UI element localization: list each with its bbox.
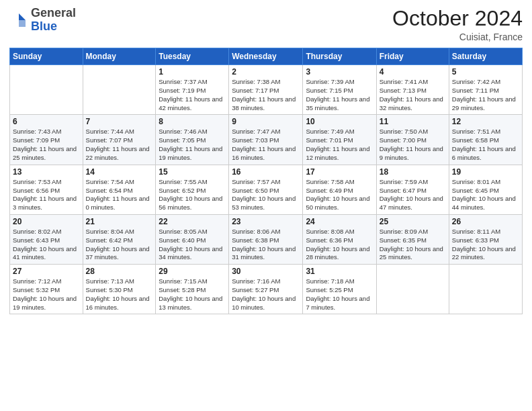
day-info: Sunrise: 7:12 AMSunset: 5:32 PMDaylight:… (13, 277, 80, 312)
day-info: Sunrise: 7:55 AMSunset: 6:52 PMDaylight:… (159, 178, 226, 212)
day-info: Sunrise: 7:15 AMSunset: 5:28 PMDaylight:… (159, 277, 226, 312)
day-info: Sunrise: 7:54 AMSunset: 6:54 PMDaylight:… (86, 178, 153, 212)
table-row: 12Sunrise: 7:51 AMSunset: 6:58 PMDayligh… (449, 115, 522, 165)
day-info: Sunrise: 7:41 AMSunset: 7:13 PMDaylight:… (380, 78, 446, 112)
calendar-week-row: 20Sunrise: 8:02 AMSunset: 6:43 PMDayligh… (10, 214, 523, 264)
day-info: Sunrise: 8:09 AMSunset: 6:35 PMDaylight:… (380, 228, 446, 262)
page: General Blue October 2024 Cuisiat, Franc… (0, 0, 532, 411)
day-info: Sunrise: 7:43 AMSunset: 7:09 PMDaylight:… (13, 128, 80, 162)
table-row: 28Sunrise: 7:13 AMSunset: 5:30 PMDayligh… (83, 265, 156, 314)
table-row: 9Sunrise: 7:47 AMSunset: 7:03 PMDaylight… (229, 115, 303, 165)
day-number: 30 (232, 267, 300, 276)
day-number: 28 (86, 267, 153, 276)
day-info: Sunrise: 7:49 AMSunset: 7:01 PMDaylight:… (306, 128, 373, 162)
header: General Blue October 2024 Cuisiat, Franc… (9, 7, 523, 42)
table-row: 23Sunrise: 8:06 AMSunset: 6:38 PMDayligh… (229, 214, 303, 264)
table-row: 10Sunrise: 7:49 AMSunset: 7:01 PMDayligh… (303, 115, 376, 165)
day-info: Sunrise: 8:04 AMSunset: 6:42 PMDaylight:… (86, 228, 153, 262)
col-monday: Monday (83, 48, 156, 65)
col-friday: Friday (376, 48, 449, 65)
day-number: 22 (159, 217, 226, 226)
day-number: 23 (232, 217, 300, 226)
table-row: 29Sunrise: 7:15 AMSunset: 5:28 PMDayligh… (156, 265, 229, 314)
day-info: Sunrise: 7:50 AMSunset: 7:00 PMDaylight:… (380, 128, 446, 162)
table-row: 16Sunrise: 7:57 AMSunset: 6:50 PMDayligh… (229, 165, 303, 214)
table-row: 8Sunrise: 7:46 AMSunset: 7:05 PMDaylight… (156, 115, 229, 165)
logo-blue-text: Blue (31, 19, 57, 33)
table-row: 2Sunrise: 7:38 AMSunset: 7:17 PMDaylight… (229, 65, 303, 115)
table-row: 18Sunrise: 7:59 AMSunset: 6:47 PMDayligh… (376, 165, 449, 214)
table-row: 27Sunrise: 7:12 AMSunset: 5:32 PMDayligh… (10, 265, 83, 314)
calendar-table: Sunday Monday Tuesday Wednesday Thursday… (9, 48, 523, 314)
day-number: 29 (159, 267, 226, 276)
col-wednesday: Wednesday (229, 48, 303, 65)
table-row: 4Sunrise: 7:41 AMSunset: 7:13 PMDaylight… (376, 65, 449, 115)
table-row: 25Sunrise: 8:09 AMSunset: 6:35 PMDayligh… (376, 214, 449, 264)
logo-general-text: General (31, 6, 76, 19)
day-number: 26 (452, 217, 519, 226)
day-number: 11 (380, 117, 446, 126)
table-row: 5Sunrise: 7:42 AMSunset: 7:11 PMDaylight… (449, 65, 522, 115)
calendar-week-row: 13Sunrise: 7:53 AMSunset: 6:56 PMDayligh… (10, 165, 523, 214)
table-row: 1Sunrise: 7:37 AMSunset: 7:19 PMDaylight… (156, 65, 229, 115)
day-number: 2 (232, 67, 300, 77)
table-row: 31Sunrise: 7:18 AMSunset: 5:25 PMDayligh… (303, 265, 376, 314)
svg-marker-0 (19, 13, 26, 20)
day-number: 17 (306, 167, 373, 177)
day-number: 9 (232, 117, 300, 126)
day-number: 15 (159, 167, 226, 177)
day-number: 16 (232, 167, 300, 177)
table-row: 17Sunrise: 7:58 AMSunset: 6:49 PMDayligh… (303, 165, 376, 214)
calendar-week-row: 6Sunrise: 7:43 AMSunset: 7:09 PMDaylight… (10, 115, 523, 165)
table-row: 22Sunrise: 8:05 AMSunset: 6:40 PMDayligh… (156, 214, 229, 264)
calendar-week-row: 1Sunrise: 7:37 AMSunset: 7:19 PMDaylight… (10, 65, 523, 115)
day-number: 13 (13, 167, 80, 177)
day-number: 12 (452, 117, 519, 126)
title-location: Cuisiat, France (392, 32, 523, 42)
table-row: 11Sunrise: 7:50 AMSunset: 7:00 PMDayligh… (376, 115, 449, 165)
day-number: 25 (380, 217, 446, 226)
day-info: Sunrise: 7:58 AMSunset: 6:49 PMDaylight:… (306, 178, 373, 212)
table-row: 14Sunrise: 7:54 AMSunset: 6:54 PMDayligh… (83, 165, 156, 214)
day-number: 21 (86, 217, 153, 226)
table-row: 21Sunrise: 8:04 AMSunset: 6:42 PMDayligh… (83, 214, 156, 264)
table-row (449, 265, 522, 314)
table-row (83, 65, 156, 115)
table-row: 13Sunrise: 7:53 AMSunset: 6:56 PMDayligh… (10, 165, 83, 214)
col-tuesday: Tuesday (156, 48, 229, 65)
day-info: Sunrise: 7:59 AMSunset: 6:47 PMDaylight:… (380, 178, 446, 212)
day-info: Sunrise: 7:38 AMSunset: 7:17 PMDaylight:… (232, 78, 300, 112)
table-row (10, 65, 83, 115)
day-number: 14 (86, 167, 153, 177)
day-info: Sunrise: 7:42 AMSunset: 7:11 PMDaylight:… (452, 78, 519, 112)
title-month: October 2024 (392, 7, 523, 30)
day-number: 8 (159, 117, 226, 126)
calendar-header-row: Sunday Monday Tuesday Wednesday Thursday… (10, 48, 523, 65)
day-number: 3 (306, 67, 373, 77)
day-number: 31 (306, 267, 373, 276)
day-number: 1 (159, 67, 226, 77)
day-info: Sunrise: 8:06 AMSunset: 6:38 PMDaylight:… (232, 228, 300, 262)
day-number: 5 (452, 67, 519, 77)
table-row: 24Sunrise: 8:08 AMSunset: 6:36 PMDayligh… (303, 214, 376, 264)
day-number: 20 (13, 217, 80, 226)
svg-marker-2 (12, 13, 19, 27)
day-number: 7 (86, 117, 153, 126)
day-number: 19 (452, 167, 519, 177)
day-number: 10 (306, 117, 373, 126)
day-info: Sunrise: 8:01 AMSunset: 6:45 PMDaylight:… (452, 178, 519, 212)
day-number: 18 (380, 167, 446, 177)
col-sunday: Sunday (10, 48, 83, 65)
day-number: 4 (380, 67, 446, 77)
logo-text: General Blue (31, 7, 76, 34)
day-info: Sunrise: 7:16 AMSunset: 5:27 PMDaylight:… (232, 277, 300, 312)
day-info: Sunrise: 7:47 AMSunset: 7:03 PMDaylight:… (232, 128, 300, 162)
day-info: Sunrise: 8:05 AMSunset: 6:40 PMDaylight:… (159, 228, 226, 262)
table-row: 20Sunrise: 8:02 AMSunset: 6:43 PMDayligh… (10, 214, 83, 264)
logo: General Blue (9, 7, 76, 34)
table-row (376, 265, 449, 314)
col-thursday: Thursday (303, 48, 376, 65)
day-info: Sunrise: 7:51 AMSunset: 6:58 PMDaylight:… (452, 128, 519, 162)
day-info: Sunrise: 7:57 AMSunset: 6:50 PMDaylight:… (232, 178, 300, 212)
day-info: Sunrise: 7:46 AMSunset: 7:05 PMDaylight:… (159, 128, 226, 162)
